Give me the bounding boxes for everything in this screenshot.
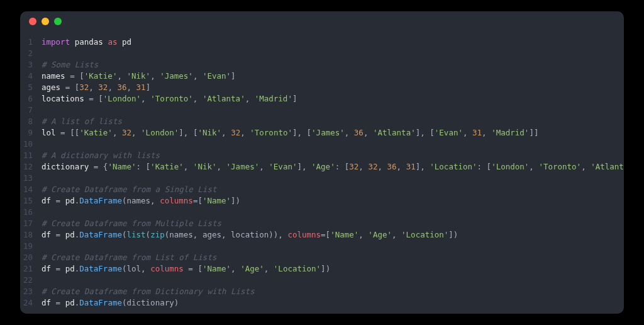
code-line[interactable]: 1import pandas as pd	[20, 37, 624, 48]
code-editor-window: 1import pandas as pd23# Some Lists4names…	[20, 11, 624, 314]
code-content[interactable]: df = pd.DataFrame(names, columns=['Name'…	[42, 195, 240, 207]
code-line[interactable]: 12dictionary = {'Name': ['Katie', 'Nik',…	[20, 161, 624, 173]
code-line[interactable]: 20# Create Dataframe from List of Lists	[20, 252, 624, 263]
line-number: 9	[20, 127, 42, 139]
line-number: 2	[20, 48, 42, 59]
code-line[interactable]: 8# A list of lists	[20, 116, 624, 127]
code-line[interactable]: 4names = ['Katie', 'Nik', 'James', 'Evan…	[20, 71, 624, 82]
minimize-icon[interactable]	[42, 18, 49, 25]
code-line[interactable]: 21df = pd.DataFrame(lol, columns = ['Nam…	[20, 263, 624, 275]
code-content[interactable]: names = ['Katie', 'Nik', 'James', 'Evan'…	[42, 71, 236, 82]
code-line[interactable]: 3# Some Lists	[20, 59, 624, 71]
code-line[interactable]: 22	[20, 275, 624, 286]
line-number: 12	[20, 161, 42, 173]
code-content[interactable]: import pandas as pd	[42, 37, 131, 48]
line-number: 14	[20, 184, 42, 195]
code-line[interactable]: 16	[20, 207, 624, 218]
line-number: 4	[20, 71, 42, 82]
code-content[interactable]: ages = [32, 32, 36, 31]	[42, 82, 150, 93]
code-content[interactable]: # Create Dataframe from List of Lists	[42, 252, 216, 263]
code-line[interactable]: 24df = pd.DataFrame(dictionary)	[20, 297, 624, 309]
code-line[interactable]: 9lol = [['Katie', 32, 'London'], ['Nik',…	[20, 127, 624, 139]
code-content[interactable]: # Some Lists	[42, 59, 98, 71]
close-icon[interactable]	[29, 18, 36, 25]
code-line[interactable]: 10	[20, 139, 624, 150]
line-number: 8	[20, 116, 42, 127]
code-line[interactable]: 17# Create Dataframe from Multiple Lists	[20, 218, 624, 229]
line-number: 13	[20, 173, 42, 184]
line-number: 1	[20, 37, 42, 48]
code-line[interactable]: 15df = pd.DataFrame(names, columns=['Nam…	[20, 195, 624, 207]
code-editor[interactable]: 1import pandas as pd23# Some Lists4names…	[20, 31, 624, 314]
code-line[interactable]: 14# Create Dataframe from a Single List	[20, 184, 624, 195]
line-number: 11	[20, 150, 42, 161]
code-line[interactable]: 18df = pd.DataFrame(list(zip(names, ages…	[20, 229, 624, 241]
code-content[interactable]: # Create Dataframe from Dictionary with …	[42, 286, 255, 297]
line-number: 23	[20, 286, 42, 297]
code-line[interactable]: 7	[20, 105, 624, 116]
line-number: 19	[20, 241, 42, 252]
line-number: 22	[20, 275, 42, 286]
window-titlebar	[20, 11, 624, 31]
line-number: 10	[20, 139, 42, 150]
line-number: 18	[20, 229, 42, 241]
code-line[interactable]: 23# Create Dataframe from Dictionary wit…	[20, 286, 624, 297]
line-number: 7	[20, 105, 42, 116]
code-content[interactable]: df = pd.DataFrame(dictionary)	[42, 297, 179, 309]
maximize-icon[interactable]	[54, 18, 62, 25]
line-number: 17	[20, 218, 42, 229]
code-content[interactable]: # Create Dataframe from Multiple Lists	[42, 218, 221, 229]
code-line[interactable]: 2	[20, 48, 624, 59]
code-content[interactable]: lol = [['Katie', 32, 'London'], ['Nik', …	[42, 127, 538, 139]
code-line[interactable]: 5ages = [32, 32, 36, 31]	[20, 82, 624, 93]
line-number: 24	[20, 297, 42, 309]
code-content[interactable]: df = pd.DataFrame(list(zip(names, ages, …	[42, 229, 458, 241]
line-number: 6	[20, 93, 42, 105]
code-line[interactable]: 19	[20, 241, 624, 252]
code-content[interactable]: # A dictionary with lists	[42, 150, 160, 161]
code-content[interactable]: # A list of lists	[42, 116, 122, 127]
line-number: 3	[20, 59, 42, 71]
line-number: 16	[20, 207, 42, 218]
code-line[interactable]: 11# A dictionary with lists	[20, 150, 624, 161]
line-number: 20	[20, 252, 42, 263]
code-content[interactable]: df = pd.DataFrame(lol, columns = ['Name'…	[42, 263, 330, 275]
line-number: 15	[20, 195, 42, 207]
code-line[interactable]: 13	[20, 173, 624, 184]
code-content[interactable]: # Create Dataframe from a Single List	[42, 184, 216, 195]
line-number: 5	[20, 82, 42, 93]
line-number: 21	[20, 263, 42, 275]
code-content[interactable]: dictionary = {'Name': ['Katie', 'Nik', '…	[42, 161, 624, 173]
code-content[interactable]: locations = ['London', 'Toronto', 'Atlan…	[42, 93, 297, 105]
code-line[interactable]: 6locations = ['London', 'Toronto', 'Atla…	[20, 93, 624, 105]
